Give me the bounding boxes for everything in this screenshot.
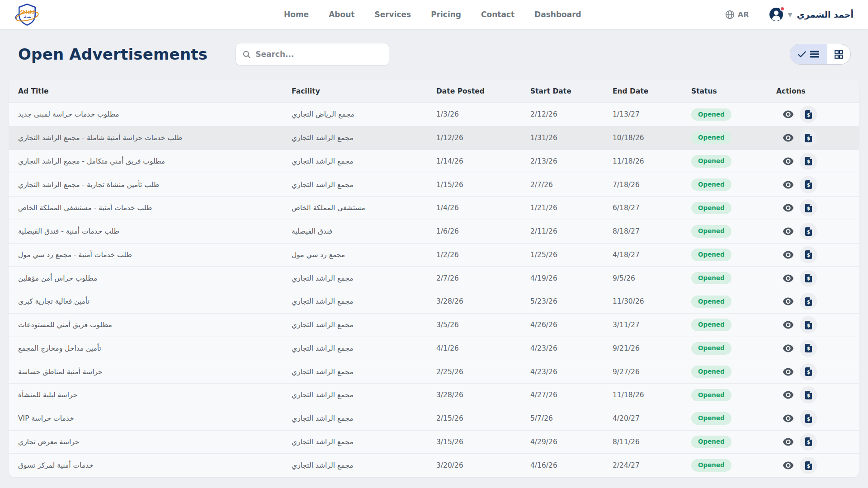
view-button[interactable] (783, 344, 794, 352)
view-button[interactable] (783, 321, 794, 329)
table-row[interactable]: خدمات أمنية لمركز تسوق مجمع الراشد التجا… (9, 454, 859, 477)
invoice-button[interactable]: $ (800, 176, 817, 193)
table-row[interactable]: طلب خدمات أمنية - مستشفى المملكة الخاص م… (9, 197, 859, 220)
eye-icon (783, 157, 794, 165)
column-header-end-date: End Date (613, 87, 691, 95)
invoice-button[interactable]: $ (800, 410, 817, 427)
page-title: Open Advertisements (18, 45, 208, 63)
table-row[interactable]: حراسة أمنية لمناطق حساسة مجمع الراشد الت… (9, 360, 859, 384)
start-date-cell: 1/25/26 (530, 251, 613, 259)
table-row[interactable]: طلب خدمات أمنية - فندق الفيصلية فندق الف… (9, 220, 859, 244)
eye-icon (783, 321, 794, 329)
invoice-button[interactable]: $ (800, 223, 817, 240)
invoice-file-icon: $ (805, 437, 812, 446)
navbar-right: AR ▼ أحمد الشمري (725, 7, 854, 22)
end-date-cell: 9/27/26 (613, 368, 691, 376)
view-button[interactable] (783, 438, 794, 446)
table-row[interactable]: خدمات حراسة VIP مجمع الراشد التجاري 2/15… (9, 407, 859, 431)
svg-text:$: $ (807, 206, 810, 211)
view-button[interactable] (783, 110, 794, 118)
language-label: AR (738, 10, 749, 19)
end-date-cell: 11/30/26 (613, 297, 691, 305)
view-button[interactable] (783, 274, 794, 282)
view-button[interactable] (783, 368, 794, 376)
table-row[interactable]: طلب تأمين منشأة تجارية - مجمع الراشد الت… (9, 173, 859, 197)
start-date-cell: 4/16/26 (530, 461, 613, 469)
invoice-button[interactable]: $ (800, 106, 817, 123)
table-row[interactable]: تأمين فعالية تجارية كبرى مجمع الراشد الت… (9, 290, 859, 314)
start-date-cell: 2/7/26 (530, 181, 613, 189)
invoice-button[interactable]: $ (800, 199, 817, 216)
nav-link-about[interactable]: About (329, 10, 354, 19)
status-badge: Opened (691, 319, 731, 331)
list-view-button[interactable] (790, 44, 827, 64)
view-button[interactable] (783, 157, 794, 165)
invoice-file-icon: $ (805, 414, 812, 423)
nav-link-home[interactable]: Home (284, 10, 309, 19)
table-row[interactable]: حراسة معرض تجاري مجمع الراشد التجاري 3/1… (9, 431, 859, 454)
start-date-cell: 4/26/26 (530, 321, 613, 329)
invoice-file-icon: $ (805, 250, 812, 259)
invoice-button[interactable]: $ (800, 340, 817, 357)
view-button[interactable] (783, 414, 794, 422)
invoice-button[interactable]: $ (800, 457, 817, 474)
invoice-button[interactable]: $ (800, 386, 817, 404)
view-button[interactable] (783, 204, 794, 212)
invoice-button[interactable]: $ (800, 246, 817, 263)
invoice-button[interactable]: $ (800, 129, 817, 146)
column-header-start-date: Start Date (530, 87, 613, 95)
nav-link-dashboard[interactable]: Dashboard (534, 10, 581, 19)
nav-link-pricing[interactable]: Pricing (431, 10, 461, 19)
table-row[interactable]: طلب خدمات أمنية - مجمع رد سي مول مجمع رد… (9, 244, 859, 267)
svg-text:$: $ (807, 346, 810, 351)
search-input[interactable] (255, 50, 382, 59)
date-posted-cell: 3/28/26 (436, 391, 530, 399)
date-posted-cell: 2/15/26 (436, 414, 530, 422)
start-date-cell: 4/27/26 (530, 391, 613, 399)
svg-text:$: $ (807, 323, 810, 328)
invoice-button[interactable]: $ (800, 270, 817, 287)
actions-cell: $ (776, 176, 859, 193)
actions-cell: $ (776, 106, 859, 123)
view-button[interactable] (783, 251, 794, 259)
user-menu[interactable]: ▼ أحمد الشمري (769, 7, 854, 22)
invoice-button[interactable]: $ (800, 433, 817, 450)
view-button[interactable] (783, 297, 794, 305)
table-row[interactable]: مطلوب حراس أمن مؤهلين مجمع الراشد التجار… (9, 267, 859, 290)
svg-text:$: $ (807, 393, 810, 398)
invoice-button[interactable]: $ (800, 293, 817, 310)
table-row[interactable]: مطلوب فريق أمني متكامل - مجمع الراشد الت… (9, 150, 859, 174)
facility-cell: مجمع الراشد التجاري (292, 461, 436, 469)
invoice-button[interactable]: $ (800, 153, 817, 170)
table-row[interactable]: طلب خدمات حراسة أمنية شاملة - مجمع الراش… (9, 127, 859, 150)
language-switcher[interactable]: AR (725, 10, 749, 19)
table-row[interactable]: حراسة ليلية للمنشأة مجمع الراشد التجاري … (9, 384, 859, 407)
date-posted-cell: 3/20/26 (436, 461, 530, 469)
nav-link-services[interactable]: Services (374, 10, 411, 19)
table-row[interactable]: مطلوب فريق أمني للمستودعات مجمع الراشد ا… (9, 314, 859, 337)
table-row[interactable]: تأمين مداخل ومخارج المجمع مجمع الراشد ال… (9, 337, 859, 361)
view-button[interactable] (783, 227, 794, 235)
date-posted-cell: 1/15/26 (436, 181, 530, 189)
facility-cell: مجمع الرياض التجاري (292, 110, 436, 118)
invoice-button[interactable]: $ (800, 363, 817, 380)
eye-icon (783, 438, 794, 446)
view-button[interactable] (783, 391, 794, 399)
svg-text:$: $ (807, 159, 810, 164)
nav-link-contact[interactable]: Contact (481, 10, 514, 19)
brand-logo[interactable]: Shield شيلد (14, 2, 40, 27)
column-header-actions: Actions (776, 87, 859, 95)
start-date-cell: 1/21/26 (530, 204, 613, 212)
view-button[interactable] (783, 134, 794, 142)
status-badge: Opened (691, 272, 731, 285)
date-posted-cell: 2/7/26 (436, 274, 530, 282)
view-button[interactable] (783, 181, 794, 189)
invoice-button[interactable]: $ (800, 316, 817, 333)
facility-cell: مجمع الراشد التجاري (292, 344, 436, 352)
table-row[interactable]: مطلوب خدمات حراسة لمبنى جديد مجمع الرياض… (9, 103, 859, 127)
grid-view-button[interactable] (827, 44, 850, 64)
view-button[interactable] (783, 461, 794, 469)
facility-cell: مجمع الراشد التجاري (292, 157, 436, 165)
column-header-ad-title: Ad Title (9, 87, 292, 95)
date-posted-cell: 1/6/26 (436, 227, 530, 235)
